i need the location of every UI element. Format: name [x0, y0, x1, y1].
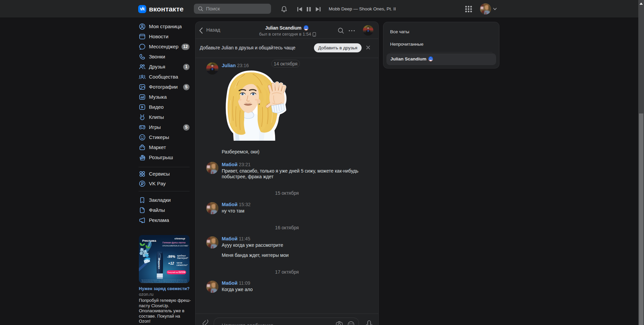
svg-text:closeup: closeup: [158, 258, 160, 269]
